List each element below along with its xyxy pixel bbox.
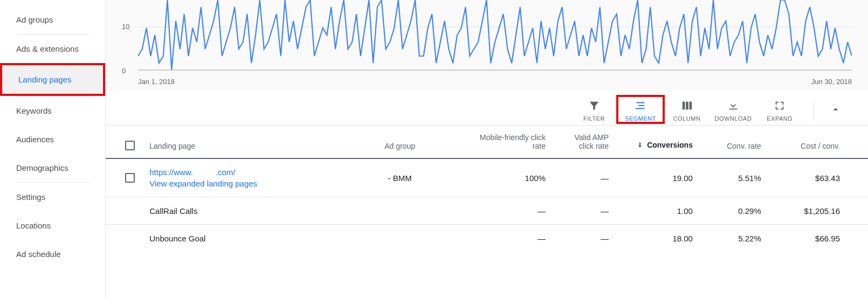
cell-conv-rate: 5.22% [699,234,768,243]
cell-cost-conv: $66.95 [768,234,846,243]
funnel-icon [588,99,600,112]
cell-conv-rate: 5.51% [699,174,768,183]
cell-conversions: 1.00 [615,206,699,216]
cell-mobile-rate: 100% [468,174,552,183]
sidebar: Ad groups Ads & extensions Landing pages… [0,0,106,298]
col-header-conv-rate[interactable]: Conv. rate [699,142,768,150]
sidebar-item-keywords[interactable]: Keywords [0,96,105,125]
chart-area: 10 0 Jan 1, 2018 Jun 30, 2018 [106,0,868,92]
cell-mobile-rate: — [468,234,552,243]
sidebar-item-ad-groups[interactable]: Ad groups [0,5,105,34]
svg-rect-5 [683,102,685,110]
expand-label: EXPAND [767,115,792,122]
column-label: COLUMN [673,115,701,122]
divider [814,101,814,120]
sidebar-item-demographics[interactable]: Demographics [0,154,105,182]
chart-x-start-label: Jan 1, 2018 [138,78,175,86]
svg-rect-6 [686,102,688,110]
landing-page-link[interactable]: https://www. .com/ [149,168,235,177]
collapse-chart-button[interactable] [825,100,846,121]
table-toolbar: FILTER SEGMENT COLUMN [106,92,868,125]
segment-icon [634,99,647,112]
download-icon [727,99,739,112]
row-checkbox[interactable] [125,173,135,183]
sidebar-item-settings[interactable]: Settings [0,183,105,211]
line-chart[interactable] [138,0,852,75]
column-button[interactable]: COLUMN [664,99,710,122]
chart-y-tick: 10 [122,23,129,31]
cell-ad-group: - BMM [332,174,468,183]
main-content: 10 0 Jan 1, 2018 Jun 30, 2018 FILTER [106,0,868,298]
cell-amp-rate: — [552,234,615,243]
filter-label: FILTER [583,115,605,122]
landing-pages-table: Landing page Ad group Mobile-friendly cl… [106,125,868,252]
svg-rect-4 [636,108,645,109]
cell-conversions: 19.00 [615,174,699,183]
sidebar-item-audiences[interactable]: Audiences [0,125,105,154]
svg-rect-2 [637,102,645,103]
select-all-checkbox[interactable] [125,141,135,150]
chart-y-tick: 0 [122,67,126,75]
view-expanded-link[interactable]: View expanded landing pages [149,179,325,188]
col-header-conversions[interactable]: Conversions [615,141,699,150]
columns-icon [681,99,693,112]
sidebar-item-landing-pages[interactable]: Landing pages [0,63,105,96]
download-label: DOWNLOAD [715,115,752,122]
segment-label: SEGMENT [625,115,656,122]
download-button[interactable]: DOWNLOAD [710,99,756,122]
cell-mobile-rate: — [468,206,552,216]
sidebar-item-locations[interactable]: Locations [0,211,105,240]
col-header-ad-group[interactable]: Ad group [332,142,468,150]
col-header-mobile-rate[interactable]: Mobile-friendly click rate [468,133,552,150]
svg-rect-7 [690,102,692,110]
chevron-up-icon [830,103,842,117]
cell-amp-rate: — [552,206,615,216]
table-row: CallRail Calls — — 1.00 0.29% $1,205.16 [106,197,868,225]
table-header-row: Landing page Ad group Mobile-friendly cl… [106,126,868,159]
cell-label: CallRail Calls [143,206,332,216]
segment-button[interactable]: SEGMENT [617,99,664,122]
expand-icon [774,99,786,112]
expand-button[interactable]: EXPAND [756,99,803,122]
cell-cost-conv: $1,205.16 [768,206,846,216]
sort-desc-icon [636,141,644,150]
sidebar-item-ads-extensions[interactable]: Ads & extensions [0,34,105,63]
sidebar-item-ad-schedule[interactable]: Ad schedule [0,240,105,268]
cell-cost-conv: $63.43 [768,174,846,183]
cell-label: Unbounce Goal [143,234,332,243]
col-header-landing-page[interactable]: Landing page [143,142,332,150]
svg-rect-3 [638,105,644,106]
table-row: Unbounce Goal — — 18.00 5.22% $66.95 [106,225,868,252]
cell-amp-rate: — [552,174,615,183]
col-header-amp-rate[interactable]: Valid AMP click rate [552,133,615,150]
cell-conversions: 18.00 [615,234,699,243]
chart-x-end-label: Jun 30, 2018 [811,78,852,86]
filter-button[interactable]: FILTER [571,99,617,122]
col-header-cost-conv[interactable]: Cost / conv. [768,142,846,150]
cell-conv-rate: 0.29% [699,206,768,216]
table-row: https://www. .com/ View expanded landing… [106,159,868,197]
